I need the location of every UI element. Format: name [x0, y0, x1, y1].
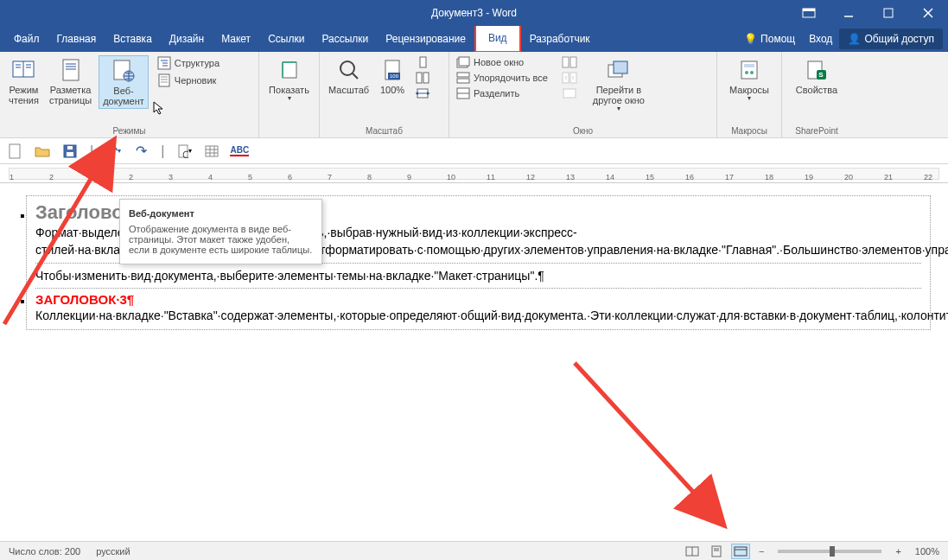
tab-mailings[interactable]: Рассылки — [313, 26, 377, 52]
outline-icon — [157, 56, 171, 70]
properties-button[interactable]: S Свойства — [787, 55, 846, 97]
read-mode-button[interactable]: Режим чтения — [5, 55, 42, 109]
zoom-100-button[interactable]: 100 100% — [376, 55, 409, 100]
new-window-button[interactable]: Новое окно — [455, 55, 550, 69]
qat-undo[interactable]: ↶▾ — [105, 143, 121, 159]
svg-rect-65 — [206, 146, 218, 156]
qat-open[interactable] — [35, 143, 50, 159]
side-by-side-icon — [562, 56, 577, 68]
view-print-layout[interactable] — [707, 544, 726, 559]
multi-page-button[interactable] — [414, 71, 431, 85]
sync-scroll-icon — [562, 72, 577, 84]
svg-line-30 — [353, 73, 358, 79]
paragraph-2: Чтобы·изменить·вид·документа,·выберите·э… — [35, 267, 921, 284]
tab-view[interactable]: Вид — [474, 23, 521, 53]
quick-access-toolbar: | ↶▾ ↷ | ▾ ABC — [0, 138, 948, 164]
ruler[interactable]: 1212345678910111213141516171819202122 — [0, 164, 948, 183]
qat-table[interactable] — [204, 143, 220, 159]
statusbar: Число слов: 200 русский − + 100% — [0, 541, 948, 560]
svg-rect-77 — [735, 547, 747, 556]
tab-design[interactable]: Дизайн — [161, 26, 213, 52]
maximize-button[interactable] — [868, 0, 908, 26]
outline-button[interactable]: Структура — [156, 55, 221, 71]
tab-home[interactable]: Главная — [48, 26, 105, 52]
show-button[interactable]: Показать▾ — [264, 55, 314, 105]
zoom-out[interactable]: − — [755, 546, 767, 557]
minimize-button[interactable] — [829, 0, 868, 26]
svg-rect-3 — [884, 9, 893, 17]
tab-review[interactable]: Рецензирование — [377, 26, 474, 52]
ribbon-display-options-button[interactable] — [789, 0, 829, 26]
view-read-mode[interactable] — [683, 544, 702, 559]
view-side-by-side-button[interactable] — [560, 55, 579, 69]
sign-in[interactable]: Вход — [802, 33, 839, 45]
view-web-layout[interactable] — [731, 544, 750, 559]
svg-point-55 — [750, 71, 754, 74]
bullet-1: ▪ — [20, 208, 25, 224]
draft-button[interactable]: Черновик — [156, 73, 221, 88]
svg-rect-26 — [283, 62, 296, 78]
reset-pos-icon — [562, 87, 577, 99]
group-window: Новое окно Упорядочить все Разделить Пер… — [449, 52, 717, 137]
page-width-icon — [416, 87, 429, 99]
switch-windows-button[interactable]: Перейти в другое окно▾ — [589, 55, 648, 115]
arrange-all-button[interactable]: Упорядочить все — [455, 71, 550, 85]
help-prompt[interactable]: 💡Помощ — [737, 33, 802, 45]
svg-rect-51 — [614, 61, 627, 73]
macros-button[interactable]: Макросы▾ — [722, 55, 776, 105]
qat-new-doc[interactable] — [7, 143, 22, 159]
svg-rect-36 — [423, 73, 429, 83]
qat-spellcheck[interactable]: ABC — [232, 143, 247, 159]
one-page-icon — [416, 56, 429, 68]
qat-redo[interactable]: ↷ — [133, 143, 149, 159]
zoom-in[interactable]: + — [892, 546, 904, 557]
web-layout-button[interactable]: Веб- документ — [99, 55, 149, 109]
svg-rect-53 — [744, 64, 754, 67]
paragraph-3: Коллекции·на·вкладке·"Вставка"·содержат·… — [35, 307, 921, 324]
group-sharepoint: S Свойства SharePoint — [782, 52, 851, 137]
qat-save[interactable] — [62, 143, 78, 159]
svg-rect-46 — [570, 57, 576, 67]
split-button[interactable]: Разделить — [455, 86, 550, 100]
print-layout-button[interactable]: Разметка страницы — [46, 55, 95, 109]
svg-rect-12 — [63, 60, 79, 80]
sync-scroll-button[interactable] — [560, 71, 579, 85]
tab-layout[interactable]: Макет — [213, 26, 259, 52]
group-show: Показать▾ — [259, 52, 320, 137]
svg-text:100: 100 — [390, 73, 399, 79]
svg-rect-1 — [803, 9, 815, 11]
svg-rect-45 — [563, 57, 569, 67]
tab-file[interactable]: Файл — [5, 26, 48, 52]
qat-print-preview[interactable]: ▾ — [176, 143, 192, 159]
menubar: Файл Главная Вставка Дизайн Макет Ссылки… — [0, 26, 948, 52]
svg-point-54 — [745, 71, 748, 74]
lightbulb-icon: 💡 — [744, 33, 757, 45]
properties-icon: S — [804, 57, 830, 83]
tab-insert[interactable]: Вставка — [105, 26, 161, 52]
zoom-level[interactable]: 100% — [915, 546, 939, 557]
group-label-zoom: Масштаб — [320, 126, 449, 136]
tooltip: Веб-документ Отображение документа в вид… — [119, 199, 322, 264]
svg-rect-40 — [459, 57, 469, 66]
svg-rect-41 — [457, 73, 469, 77]
tab-references[interactable]: Ссылки — [259, 26, 313, 52]
ribbon: Режим чтения Разметка страницы Веб- доку… — [0, 52, 948, 138]
group-label-sharepoint: SharePoint — [782, 126, 851, 136]
tab-developer[interactable]: Разработчик — [521, 26, 599, 52]
svg-rect-62 — [67, 146, 73, 150]
group-label-views: Режимы — [0, 126, 258, 136]
arrange-all-icon — [456, 72, 470, 84]
reset-position-button[interactable] — [560, 86, 579, 100]
zoom-icon — [336, 57, 362, 83]
zoom-slider[interactable] — [778, 550, 881, 553]
one-page-button[interactable] — [414, 55, 431, 69]
titlebar: Документ3 - Word — [0, 0, 948, 26]
svg-rect-22 — [159, 74, 169, 86]
language[interactable]: русский — [96, 546, 130, 557]
share-button[interactable]: 👤Общий доступ — [839, 29, 943, 49]
svg-rect-59 — [10, 144, 20, 158]
zoom-button[interactable]: Масштаб — [325, 55, 372, 100]
page-width-button[interactable] — [414, 86, 431, 100]
close-button[interactable] — [908, 0, 948, 26]
word-count[interactable]: Число слов: 200 — [9, 546, 80, 557]
